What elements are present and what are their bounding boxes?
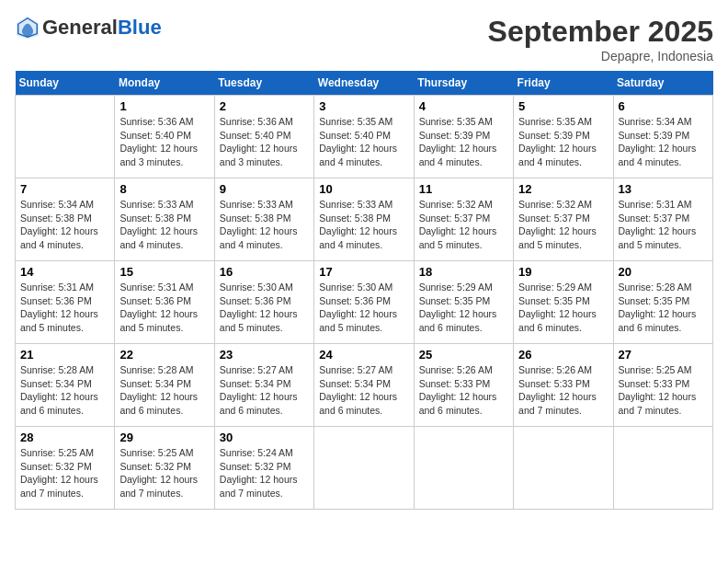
day-number: 18 bbox=[419, 265, 508, 279]
calendar-cell: 18Sunrise: 5:29 AMSunset: 5:35 PMDayligh… bbox=[414, 261, 513, 344]
calendar-table: SundayMondayTuesdayWednesdayThursdayFrid… bbox=[15, 71, 713, 510]
calendar-cell: 1Sunrise: 5:36 AMSunset: 5:40 PMDaylight… bbox=[115, 96, 214, 178]
location: Depapre, Indonesia bbox=[488, 49, 713, 63]
calendar-cell: 19Sunrise: 5:29 AMSunset: 5:35 PMDayligh… bbox=[514, 261, 613, 344]
day-number: 21 bbox=[20, 348, 109, 362]
day-info: Sunrise: 5:25 AMSunset: 5:32 PMDaylight:… bbox=[119, 446, 209, 500]
calendar-cell bbox=[314, 427, 414, 510]
calendar-cell: 29Sunrise: 5:25 AMSunset: 5:32 PMDayligh… bbox=[115, 427, 214, 510]
day-number: 23 bbox=[220, 348, 309, 362]
calendar-cell: 5Sunrise: 5:35 AMSunset: 5:39 PMDaylight… bbox=[514, 96, 613, 178]
day-number: 1 bbox=[119, 99, 209, 113]
day-info: Sunrise: 5:26 AMSunset: 5:33 PMDaylight:… bbox=[518, 363, 608, 418]
calendar-cell: 30Sunrise: 5:24 AMSunset: 5:32 PMDayligh… bbox=[214, 427, 313, 510]
day-info: Sunrise: 5:36 AMSunset: 5:40 PMDaylight:… bbox=[220, 115, 309, 169]
day-number: 8 bbox=[119, 182, 209, 196]
calendar-cell: 27Sunrise: 5:25 AMSunset: 5:33 PMDayligh… bbox=[613, 344, 712, 427]
day-info: Sunrise: 5:33 AMSunset: 5:38 PMDaylight:… bbox=[119, 198, 209, 252]
weekday-header: Sunday bbox=[16, 71, 115, 96]
day-number: 15 bbox=[119, 265, 209, 279]
calendar-cell: 12Sunrise: 5:32 AMSunset: 5:37 PMDayligh… bbox=[514, 178, 613, 261]
calendar-cell: 22Sunrise: 5:28 AMSunset: 5:34 PMDayligh… bbox=[115, 344, 214, 427]
calendar-week-row: 21Sunrise: 5:28 AMSunset: 5:34 PMDayligh… bbox=[16, 344, 713, 427]
day-number: 5 bbox=[518, 99, 608, 113]
page-header: GeneralBlue September 2025 Depapre, Indo… bbox=[15, 15, 713, 63]
day-number: 17 bbox=[319, 265, 408, 279]
day-number: 27 bbox=[619, 348, 708, 362]
day-info: Sunrise: 5:28 AMSunset: 5:34 PMDaylight:… bbox=[20, 363, 109, 418]
day-number: 4 bbox=[419, 99, 508, 113]
calendar-cell: 25Sunrise: 5:26 AMSunset: 5:33 PMDayligh… bbox=[414, 344, 513, 427]
calendar-cell: 7Sunrise: 5:34 AMSunset: 5:38 PMDaylight… bbox=[16, 178, 115, 261]
day-info: Sunrise: 5:34 AMSunset: 5:38 PMDaylight:… bbox=[20, 198, 109, 252]
day-info: Sunrise: 5:36 AMSunset: 5:40 PMDaylight:… bbox=[119, 115, 209, 169]
day-info: Sunrise: 5:30 AMSunset: 5:36 PMDaylight:… bbox=[220, 281, 309, 335]
title-block: September 2025 Depapre, Indonesia bbox=[488, 15, 713, 63]
calendar-cell: 21Sunrise: 5:28 AMSunset: 5:34 PMDayligh… bbox=[16, 344, 115, 427]
day-info: Sunrise: 5:32 AMSunset: 5:37 PMDaylight:… bbox=[518, 198, 608, 252]
calendar-cell: 4Sunrise: 5:35 AMSunset: 5:39 PMDaylight… bbox=[414, 96, 513, 178]
day-number: 29 bbox=[119, 431, 209, 444]
day-number: 13 bbox=[619, 182, 708, 196]
calendar-cell: 26Sunrise: 5:26 AMSunset: 5:33 PMDayligh… bbox=[514, 344, 613, 427]
day-info: Sunrise: 5:28 AMSunset: 5:35 PMDaylight:… bbox=[619, 281, 708, 335]
day-info: Sunrise: 5:35 AMSunset: 5:39 PMDaylight:… bbox=[518, 115, 608, 169]
day-info: Sunrise: 5:24 AMSunset: 5:32 PMDaylight:… bbox=[220, 446, 309, 500]
day-info: Sunrise: 5:32 AMSunset: 5:37 PMDaylight:… bbox=[419, 198, 508, 252]
day-number: 2 bbox=[220, 99, 309, 113]
calendar-cell bbox=[613, 427, 712, 510]
day-info: Sunrise: 5:26 AMSunset: 5:33 PMDaylight:… bbox=[419, 363, 508, 418]
day-info: Sunrise: 5:29 AMSunset: 5:35 PMDaylight:… bbox=[518, 281, 608, 335]
day-number: 19 bbox=[518, 265, 608, 279]
day-number: 14 bbox=[20, 265, 109, 279]
day-number: 16 bbox=[220, 265, 309, 279]
calendar-cell: 2Sunrise: 5:36 AMSunset: 5:40 PMDaylight… bbox=[214, 96, 313, 178]
day-number: 30 bbox=[220, 431, 309, 444]
calendar-cell: 17Sunrise: 5:30 AMSunset: 5:36 PMDayligh… bbox=[314, 261, 414, 344]
calendar-header: SundayMondayTuesdayWednesdayThursdayFrid… bbox=[16, 71, 713, 96]
logo-blue-text: Blue bbox=[118, 16, 162, 39]
weekday-header: Wednesday bbox=[314, 71, 414, 96]
calendar-cell: 23Sunrise: 5:27 AMSunset: 5:34 PMDayligh… bbox=[214, 344, 313, 427]
day-info: Sunrise: 5:33 AMSunset: 5:38 PMDaylight:… bbox=[220, 198, 309, 252]
day-number: 25 bbox=[419, 348, 508, 362]
day-info: Sunrise: 5:28 AMSunset: 5:34 PMDaylight:… bbox=[119, 363, 209, 418]
month-title: September 2025 bbox=[488, 15, 713, 49]
day-number: 26 bbox=[518, 348, 608, 362]
calendar-cell: 11Sunrise: 5:32 AMSunset: 5:37 PMDayligh… bbox=[414, 178, 513, 261]
calendar-cell: 14Sunrise: 5:31 AMSunset: 5:36 PMDayligh… bbox=[16, 261, 115, 344]
calendar-cell: 16Sunrise: 5:30 AMSunset: 5:36 PMDayligh… bbox=[214, 261, 313, 344]
calendar-cell bbox=[414, 427, 513, 510]
day-info: Sunrise: 5:29 AMSunset: 5:35 PMDaylight:… bbox=[419, 281, 508, 335]
day-number: 22 bbox=[119, 348, 209, 362]
calendar-week-row: 7Sunrise: 5:34 AMSunset: 5:38 PMDaylight… bbox=[16, 178, 713, 261]
day-number: 10 bbox=[319, 182, 408, 196]
day-info: Sunrise: 5:35 AMSunset: 5:40 PMDaylight:… bbox=[319, 115, 408, 169]
calendar-week-row: 1Sunrise: 5:36 AMSunset: 5:40 PMDaylight… bbox=[16, 96, 713, 178]
day-info: Sunrise: 5:31 AMSunset: 5:36 PMDaylight:… bbox=[20, 281, 109, 335]
day-number: 7 bbox=[20, 182, 109, 196]
day-number: 11 bbox=[419, 182, 508, 196]
weekday-row: SundayMondayTuesdayWednesdayThursdayFrid… bbox=[16, 71, 713, 96]
calendar-week-row: 14Sunrise: 5:31 AMSunset: 5:36 PMDayligh… bbox=[16, 261, 713, 344]
logo-general-text: General bbox=[42, 16, 118, 39]
day-number: 3 bbox=[319, 99, 408, 113]
calendar-cell: 6Sunrise: 5:34 AMSunset: 5:39 PMDaylight… bbox=[613, 96, 712, 178]
day-number: 28 bbox=[20, 431, 109, 444]
day-info: Sunrise: 5:25 AMSunset: 5:32 PMDaylight:… bbox=[20, 446, 109, 500]
weekday-header: Tuesday bbox=[214, 71, 313, 96]
calendar-cell: 3Sunrise: 5:35 AMSunset: 5:40 PMDaylight… bbox=[314, 96, 414, 178]
logo-icon bbox=[15, 15, 40, 40]
day-info: Sunrise: 5:31 AMSunset: 5:36 PMDaylight:… bbox=[119, 281, 209, 335]
day-number: 9 bbox=[220, 182, 309, 196]
day-number: 12 bbox=[518, 182, 608, 196]
day-info: Sunrise: 5:31 AMSunset: 5:37 PMDaylight:… bbox=[619, 198, 708, 252]
calendar-cell bbox=[16, 96, 115, 178]
day-info: Sunrise: 5:27 AMSunset: 5:34 PMDaylight:… bbox=[319, 363, 408, 418]
day-number: 6 bbox=[619, 99, 708, 113]
day-info: Sunrise: 5:30 AMSunset: 5:36 PMDaylight:… bbox=[319, 281, 408, 335]
day-info: Sunrise: 5:33 AMSunset: 5:38 PMDaylight:… bbox=[319, 198, 408, 252]
calendar-cell: 9Sunrise: 5:33 AMSunset: 5:38 PMDaylight… bbox=[214, 178, 313, 261]
calendar-cell: 13Sunrise: 5:31 AMSunset: 5:37 PMDayligh… bbox=[613, 178, 712, 261]
weekday-header: Monday bbox=[115, 71, 214, 96]
